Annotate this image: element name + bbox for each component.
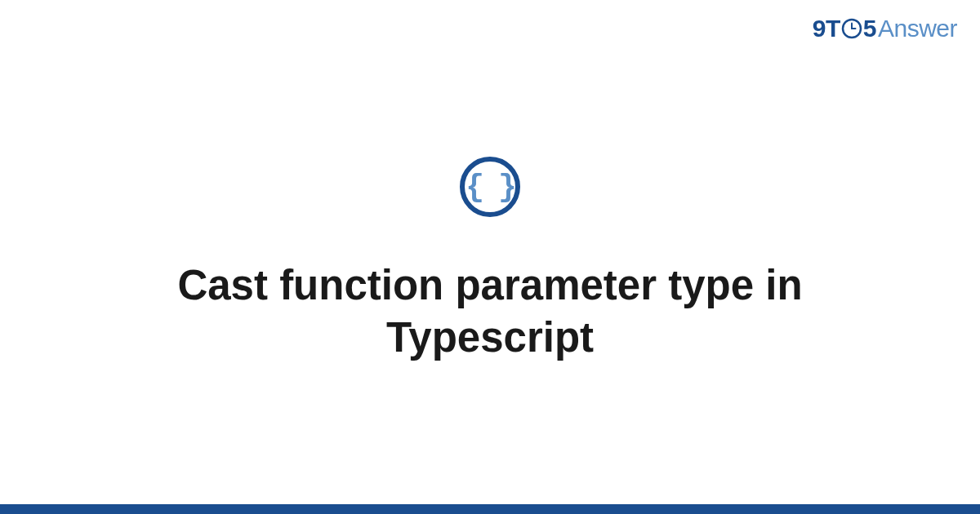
code-braces-icon: { } [466,170,514,205]
topic-icon-circle: { } [460,157,520,217]
page-title: Cast function parameter type in Typescri… [82,259,898,364]
footer-accent-bar [0,504,980,514]
main-content: { } Cast function parameter type in Type… [0,0,980,504]
